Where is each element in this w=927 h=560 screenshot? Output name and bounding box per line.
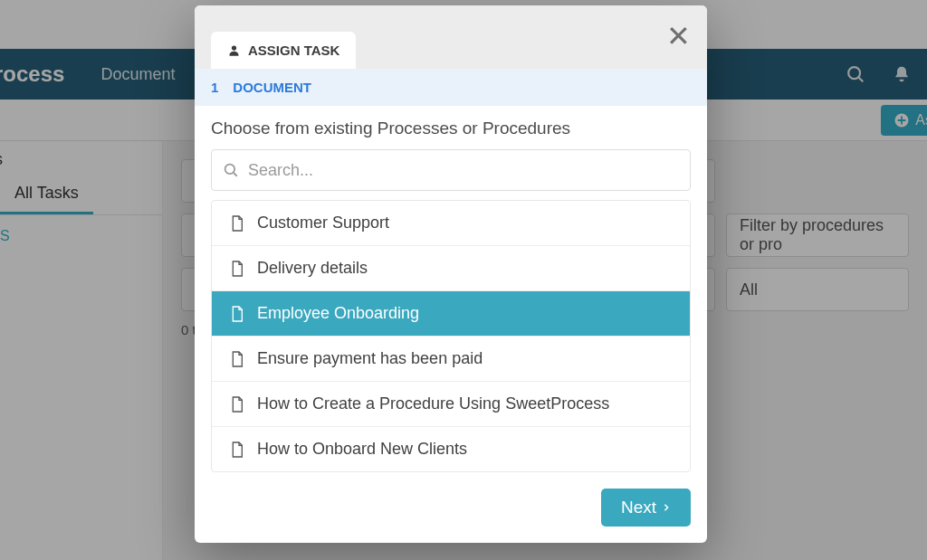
list-item[interactable]: Delivery details xyxy=(212,245,690,290)
search-icon xyxy=(223,162,239,178)
document-icon xyxy=(230,214,244,233)
list-item-label: Delivery details xyxy=(257,259,368,278)
search-input[interactable] xyxy=(248,161,679,180)
list-item[interactable]: Customer Support xyxy=(212,201,690,245)
user-icon xyxy=(227,43,241,57)
list-item[interactable]: Employee Onboarding xyxy=(212,290,690,336)
list-item[interactable]: Ensure payment has been paid xyxy=(212,336,690,381)
wizard-step-label: DOCUMENT xyxy=(233,80,311,95)
list-item-label: How to Create a Procedure Using SweetPro… xyxy=(257,394,609,413)
assign-task-modal: ASSIGN TASK ✕ 1 DOCUMENT Choose from exi… xyxy=(195,5,707,543)
list-item-label: Customer Support xyxy=(257,214,389,233)
svg-line-5 xyxy=(234,173,237,176)
modal-tab-assign-task[interactable]: ASSIGN TASK xyxy=(211,32,356,69)
close-icon[interactable]: ✕ xyxy=(666,22,691,51)
next-button[interactable]: Next xyxy=(601,489,691,527)
modal-body-title: Choose from existing Processes or Proced… xyxy=(211,119,691,138)
wizard-step-number: 1 xyxy=(211,80,218,95)
search-input-wrap[interactable] xyxy=(211,149,691,191)
chevron-right-icon xyxy=(662,501,671,514)
modal-header: ASSIGN TASK ✕ xyxy=(195,5,707,69)
document-list: Customer SupportDelivery detailsEmployee… xyxy=(211,200,691,472)
svg-point-4 xyxy=(225,165,235,175)
list-item-label: How to Onboard New Clients xyxy=(257,440,467,459)
document-icon xyxy=(230,395,244,413)
list-item-label: Ensure payment has been paid xyxy=(257,349,483,368)
document-icon xyxy=(230,305,244,323)
list-item[interactable]: How to Onboard New Clients xyxy=(212,426,690,471)
list-item[interactable]: How to Create a Procedure Using SweetPro… xyxy=(212,381,690,426)
next-button-label: Next xyxy=(621,498,656,517)
document-icon xyxy=(230,260,244,278)
wizard-step-strip: 1 DOCUMENT xyxy=(195,69,707,106)
document-icon xyxy=(230,350,244,368)
document-icon xyxy=(230,441,244,459)
list-item-label: Employee Onboarding xyxy=(257,304,419,323)
svg-point-3 xyxy=(232,45,236,50)
modal-tab-label: ASSIGN TASK xyxy=(248,43,339,58)
